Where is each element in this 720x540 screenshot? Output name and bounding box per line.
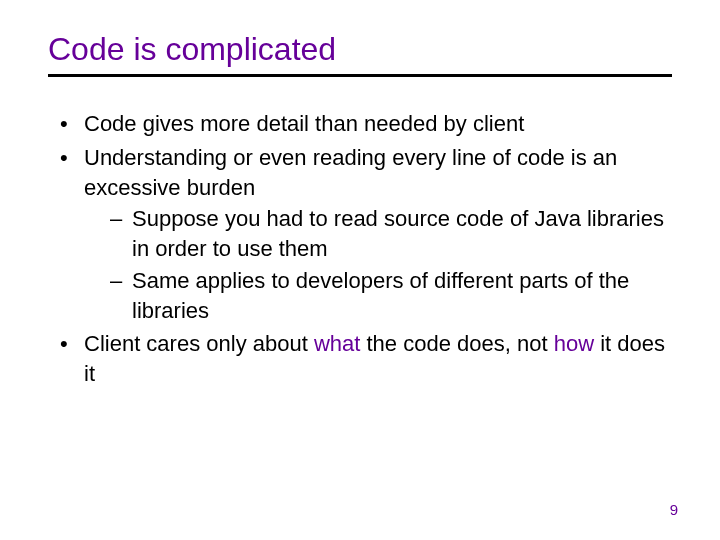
bullet-item: Understanding or even reading every line… xyxy=(60,143,672,325)
accent-what: what xyxy=(314,331,360,356)
sub-list: Suppose you had to read source code of J… xyxy=(84,204,672,325)
slide-title: Code is complicated xyxy=(48,30,672,68)
bullet-text-mid: the code does, not xyxy=(360,331,553,356)
bullet-list: Code gives more detail than needed by cl… xyxy=(48,109,672,388)
title-block: Code is complicated xyxy=(48,30,672,77)
bullet-item: Code gives more detail than needed by cl… xyxy=(60,109,672,139)
bullet-text: Understanding or even reading every line… xyxy=(84,145,617,200)
page-number: 9 xyxy=(670,501,678,518)
bullet-text: Code gives more detail than needed by cl… xyxy=(84,111,524,136)
sub-item: Suppose you had to read source code of J… xyxy=(110,204,672,263)
sub-item: Same applies to developers of different … xyxy=(110,266,672,325)
bullet-text-pre: Client cares only about xyxy=(84,331,314,356)
sub-text: Suppose you had to read source code of J… xyxy=(132,206,664,261)
slide: Code is complicated Code gives more deta… xyxy=(0,0,720,540)
bullet-item: Client cares only about what the code do… xyxy=(60,329,672,388)
sub-text: Same applies to developers of different … xyxy=(132,268,629,323)
accent-how: how xyxy=(554,331,594,356)
